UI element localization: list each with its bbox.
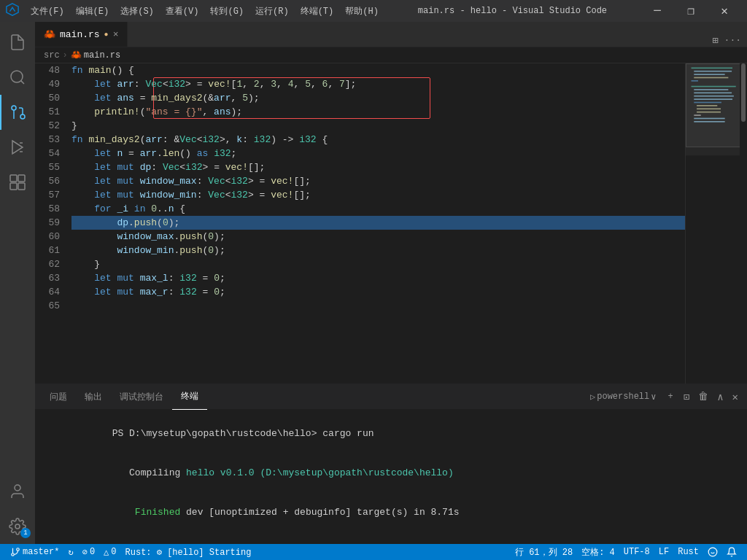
tab-modified-dot: ● <box>104 31 109 39</box>
line-ending-label: LF <box>659 547 669 557</box>
panel-tab-output[interactable]: 输出 <box>76 384 111 410</box>
status-rust-info[interactable]: Rust: ⚙ [hello] Starting <box>121 544 256 560</box>
menu-run[interactable]: 运行(R) <box>249 4 295 19</box>
code-line-62: window_min.push(0); <box>71 244 685 257</box>
panel-close-icon[interactable]: ✕ <box>729 389 741 405</box>
svg-point-36 <box>708 548 717 556</box>
code-line-63: } <box>71 257 685 271</box>
tab-filename: main.rs <box>60 29 100 40</box>
svg-point-4 <box>12 106 16 110</box>
close-button[interactable]: ✕ <box>708 0 741 22</box>
activity-search[interactable] <box>0 60 35 95</box>
status-errors[interactable]: ⊘ 0 <box>78 544 99 560</box>
code-line-49: let arr: Vec<i32> = vec![1, 2, 3, 4, 5, … <box>71 77 685 91</box>
terminal-shell-selector[interactable]: ▷ powershell ∨ <box>586 390 660 404</box>
status-line-ending[interactable]: LF <box>654 544 673 560</box>
window-title: main.rs - hello - Visual Studio Code <box>390 6 635 16</box>
error-count: 0 <box>90 547 95 557</box>
panel-trash-icon[interactable]: 🗑 <box>695 389 711 404</box>
terminal-shell-label: powershell <box>597 392 649 402</box>
panel-tab-problems[interactable]: 问题 <box>41 384 76 410</box>
status-branch[interactable]: master* <box>6 544 63 560</box>
svg-point-34 <box>17 548 20 551</box>
menu-goto[interactable]: 转到(G) <box>204 4 249 19</box>
activity-source-control[interactable] <box>0 95 35 130</box>
activity-run[interactable] <box>0 130 35 165</box>
breadcrumb-src[interactable]: src <box>44 50 60 61</box>
editor-more-icon[interactable]: ··· <box>724 35 741 46</box>
code-line-52: } <box>71 119 685 133</box>
activity-extensions[interactable] <box>0 165 35 200</box>
panel-tabs: 问题 输出 调试控制台 终端 ▷ powershell ∨ + ⊡ 🗑 <box>35 384 747 410</box>
svg-point-1 <box>11 71 23 82</box>
window-controls: ─ ❐ ✕ <box>640 0 741 22</box>
code-line-51: println!("ans = {}", ans); <box>71 105 685 119</box>
status-sync[interactable]: ↻ <box>63 544 77 560</box>
svg-point-35 <box>12 553 15 556</box>
menu-bar: 文件(F) 编辑(E) 选择(S) 查看(V) 转到(G) 运行(R) 终端(T… <box>25 4 384 19</box>
code-line-60: dp.push(0); <box>71 216 685 230</box>
titlebar: 文件(F) 编辑(E) 选择(S) 查看(V) 转到(G) 运行(R) 终端(T… <box>0 0 747 22</box>
code-line-50: let ans = min_days2(&arr, 5); <box>71 91 685 105</box>
line-numbers: 48 49 50 51 52 53 54 55 56 57 58 59 <box>35 63 66 384</box>
breadcrumb-sep: › <box>63 50 68 61</box>
activity-bar: 1 <box>0 22 35 544</box>
status-encoding[interactable]: UTF-8 <box>619 544 654 560</box>
menu-terminal[interactable]: 终端(T) <box>295 4 340 19</box>
menu-view[interactable]: 查看(V) <box>160 4 205 19</box>
app-icon <box>6 3 19 20</box>
svg-rect-12 <box>18 183 25 190</box>
status-language[interactable]: Rust <box>673 544 703 560</box>
panel-controls: ▷ powershell ∨ + ⊡ 🗑 ∧ ✕ <box>586 389 741 405</box>
sync-icon: ↻ <box>68 547 73 558</box>
panel-split-icon[interactable]: ⊡ <box>681 389 692 405</box>
menu-select[interactable]: 选择(S) <box>115 4 160 19</box>
warning-count: 0 <box>111 547 116 557</box>
spaces-label: 空格: 4 <box>581 546 615 559</box>
svg-line-2 <box>21 81 24 84</box>
terminal-line-4: Running `target\debug\hello.exe` <box>44 532 738 544</box>
code-line-55: let n = arr.len() as i32; <box>71 147 685 160</box>
status-notifications[interactable] <box>722 544 741 560</box>
terminal-shell-chevron: ∨ <box>651 392 656 402</box>
code-line-65: let mut max_r: i32 = 0; <box>71 285 685 299</box>
editor-split-icon[interactable]: ⊞ <box>712 34 718 47</box>
terminal-line-1: PS D:\mysetup\gopath\rustcode\hello> car… <box>44 414 738 454</box>
panel-tab-terminal[interactable]: 终端 <box>172 384 207 410</box>
activity-settings[interactable]: 1 <box>0 509 35 544</box>
panel-collapse-icon[interactable]: ∧ <box>714 389 726 405</box>
menu-file[interactable]: 文件(F) <box>25 4 70 19</box>
status-bar: master* ↻ ⊘ 0 △ 0 Rust: ⚙ [hello] Starti… <box>0 544 747 560</box>
line-col-label: 行 61，列 28 <box>515 546 573 559</box>
panel-tab-debug[interactable]: 调试控制台 <box>111 384 172 410</box>
status-spaces[interactable]: 空格: 4 <box>577 544 619 560</box>
restore-button[interactable]: ❐ <box>674 0 708 22</box>
code-line-61: window_max.push(0); <box>71 230 685 244</box>
code-line-58: let mut window_min: Vec<i32> = vec![]; <box>71 188 685 202</box>
encoding-label: UTF-8 <box>624 547 650 557</box>
tab-main-rs[interactable]: 🦀 main.rs ● × <box>35 22 128 47</box>
status-feedback[interactable] <box>703 544 722 560</box>
svg-rect-10 <box>18 175 25 182</box>
menu-edit[interactable]: 编辑(E) <box>70 4 115 19</box>
minimize-button[interactable]: ─ <box>640 0 674 22</box>
terminal-add-button[interactable]: + <box>663 390 677 403</box>
svg-marker-0 <box>7 3 18 15</box>
activity-explorer[interactable] <box>0 25 35 60</box>
tab-bar: 🦀 main.rs ● × ⊞ ··· <box>35 22 747 47</box>
terminal-line-2: Compiling hello v0.1.0 (D:\mysetup\gopat… <box>44 454 738 493</box>
status-warnings[interactable]: △ 0 <box>99 544 120 560</box>
terminal-shell-icon: ▷ <box>590 392 595 402</box>
terminal-line-3: Finished dev [unoptimized + debuginfo] t… <box>44 493 738 532</box>
panel: 问题 输出 调试控制台 终端 ▷ powershell ∨ + ⊡ 🗑 <box>35 384 747 544</box>
tab-close-icon[interactable]: × <box>113 29 119 40</box>
menu-help[interactable]: 帮助(H) <box>339 4 384 19</box>
terminal-content[interactable]: PS D:\mysetup\gopath\rustcode\hello> car… <box>35 410 747 544</box>
status-line-col[interactable]: 行 61，列 28 <box>511 544 577 560</box>
svg-rect-9 <box>10 175 17 182</box>
breadcrumb-file[interactable]: 🦀main.rs <box>71 50 120 61</box>
code-lines: fn main() { let arr: Vec<i32> = vec![1, … <box>66 63 685 384</box>
svg-point-14 <box>15 524 20 529</box>
activity-account[interactable] <box>0 474 35 509</box>
svg-point-3 <box>20 114 25 119</box>
